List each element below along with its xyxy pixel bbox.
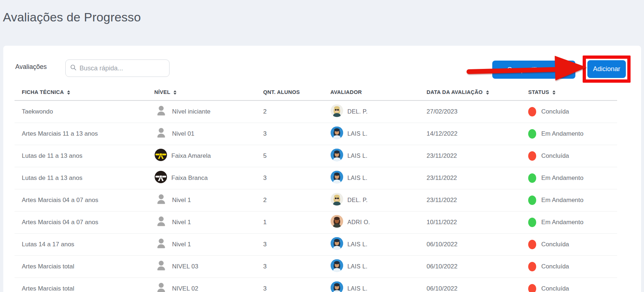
status-label: Concluída	[541, 152, 569, 160]
qnt-alunos-cell: 3	[256, 123, 323, 145]
qnt-alunos-cell: 3	[256, 277, 323, 292]
annotation-highlight-box: Adicionar	[583, 55, 631, 83]
status-label: Em Andamento	[541, 174, 583, 182]
nivel-icon	[154, 104, 168, 119]
data-avaliacao-cell: 23/11/2022	[419, 167, 521, 189]
status-dot	[528, 151, 536, 161]
ficha-cell: Artes Marciais 04 a 07 anos	[15, 189, 147, 211]
sort-icon[interactable]	[553, 90, 555, 95]
share-button[interactable]: Compartilhar ▼	[492, 61, 575, 79]
search-input[interactable]	[80, 65, 165, 72]
status-label: Concluída	[541, 285, 569, 292]
avatar	[330, 259, 343, 274]
nivel-icon	[154, 214, 168, 230]
status-dot	[528, 262, 536, 271]
nivel-label: Faixa Branca	[171, 174, 208, 182]
avaliador-name: ADRI O.	[347, 219, 370, 226]
avaliador-name: LAIS L.	[347, 131, 367, 137]
table-header-row: FICHA TÉCNICA NÍVEL QNT. ALUNOS AVALIADO…	[15, 89, 617, 100]
avatar	[330, 193, 343, 207]
qnt-alunos-cell: 3	[256, 167, 323, 189]
column-label: QNT. ALUNOS	[263, 89, 300, 95]
avatar	[330, 148, 343, 163]
qnt-alunos-cell: 2	[256, 189, 323, 211]
toolbar: Avaliações Compartilhar ▼ Adicionar	[3, 46, 641, 89]
status-dot	[528, 240, 536, 249]
nivel-icon	[154, 281, 168, 292]
sort-icon[interactable]	[174, 90, 176, 95]
table-row[interactable]: Artes Marciais 11 a 13 anos Nivel 01 3 L…	[15, 123, 617, 145]
status-dot	[528, 107, 536, 116]
search-icon	[70, 64, 77, 72]
sort-icon[interactable]	[486, 90, 489, 95]
column-label: AVALIADOR	[330, 89, 362, 95]
status-label: Concluída	[541, 241, 569, 248]
avatar	[330, 281, 343, 292]
status-dot	[528, 196, 536, 205]
data-avaliacao-cell: 23/11/2022	[419, 189, 521, 211]
evaluations-card: Avaliações Compartilhar ▼ Adicionar	[3, 46, 641, 292]
nivel-label: NIVEL 02	[172, 285, 198, 292]
data-avaliacao-cell: 06/10/2022	[419, 277, 521, 292]
status-dot	[528, 218, 536, 227]
table-row[interactable]: Artes Marciais 04 a 07 anos Nivel 1 1 AD…	[15, 211, 617, 233]
avaliador-name: DEL. P.	[347, 197, 368, 203]
add-button[interactable]: Adicionar	[587, 60, 626, 78]
data-avaliacao-cell: 27/02/2023	[419, 100, 521, 123]
data-avaliacao-cell: 06/10/2022	[419, 233, 521, 255]
ficha-cell: Artes Marciais total	[15, 277, 147, 292]
qnt-alunos-cell: 3	[256, 255, 323, 277]
status-dot	[528, 129, 536, 139]
table-row[interactable]: Artes Marciais total NIVEL 03 3 LAIS L. …	[15, 255, 617, 277]
nivel-icon	[154, 192, 168, 208]
evaluations-table: FICHA TÉCNICA NÍVEL QNT. ALUNOS AVALIADO…	[15, 89, 617, 292]
column-header[interactable]: STATUS	[521, 89, 617, 100]
table-row[interactable]: Lutas 14 a 17 anos Nivel 1 3 LAIS L. 06/…	[15, 233, 617, 255]
ficha-cell: Lutas 14 a 17 anos	[15, 233, 147, 255]
nivel-icon	[154, 259, 168, 274]
avatar	[330, 104, 343, 119]
table-body: Taekwondo Nível iniciante 2 DEL. P. 27/0…	[15, 100, 617, 292]
column-label: NÍVEL	[154, 89, 170, 95]
avaliador-name: LAIS L.	[347, 153, 367, 159]
quick-search[interactable]	[65, 59, 170, 77]
avaliador-name: LAIS L.	[347, 285, 367, 292]
column-label: STATUS	[528, 89, 549, 95]
status-dot	[528, 284, 536, 292]
column-header[interactable]: DATA DA AVALIAÇÃO	[419, 89, 521, 100]
status-label: Concluída	[541, 108, 569, 115]
table-row[interactable]: Lutas de 11 a 13 anos Faixa Amarela 5 LA…	[15, 145, 617, 167]
table-row[interactable]: Artes Marciais 04 a 07 anos Nivel 1 2 DE…	[15, 189, 617, 211]
section-label: Avaliações	[15, 63, 47, 71]
avaliador-name: DEL. P.	[347, 108, 368, 115]
qnt-alunos-cell: 3	[256, 233, 323, 255]
ficha-cell: Artes Marciais 11 a 13 anos	[15, 123, 147, 145]
chevron-down-icon: ▼	[560, 67, 575, 72]
nivel-label: NIVEL 03	[172, 263, 198, 270]
avaliador-name: LAIS L.	[347, 263, 367, 270]
table-row[interactable]: Taekwondo Nível iniciante 2 DEL. P. 27/0…	[15, 100, 617, 123]
nivel-label: Nivel 1	[172, 219, 191, 226]
column-label: FICHA TÉCNICA	[22, 89, 64, 95]
qnt-alunos-cell: 2	[256, 100, 323, 123]
nivel-icon	[154, 170, 167, 185]
column-header[interactable]: NÍVEL	[147, 89, 256, 100]
data-avaliacao-cell: 23/11/2022	[419, 145, 521, 167]
nivel-label: Nível iniciante	[172, 108, 211, 115]
status-label: Concluída	[541, 263, 569, 270]
column-header[interactable]: FICHA TÉCNICA	[15, 89, 147, 100]
nivel-label: Nivel 1	[172, 241, 191, 248]
nivel-label: Faixa Amarela	[171, 152, 211, 160]
status-label: Em Andamento	[541, 197, 583, 204]
column-header: QNT. ALUNOS	[256, 89, 323, 100]
qnt-alunos-cell: 1	[256, 211, 323, 233]
table-row[interactable]: Lutas de 11 a 13 anos Faixa Branca 3 LAI…	[15, 167, 617, 189]
table-row[interactable]: Artes Marciais total NIVEL 02 3 LAIS L. …	[15, 277, 617, 292]
avaliador-name: LAIS L.	[347, 241, 367, 248]
ficha-cell: Lutas de 11 a 13 anos	[15, 167, 147, 189]
sort-icon[interactable]	[67, 90, 70, 95]
nivel-icon	[154, 237, 168, 252]
ficha-cell: Artes Marciais 04 a 07 anos	[15, 211, 147, 233]
ficha-cell: Taekwondo	[15, 100, 147, 123]
status-label: Em Andamento	[541, 130, 583, 137]
